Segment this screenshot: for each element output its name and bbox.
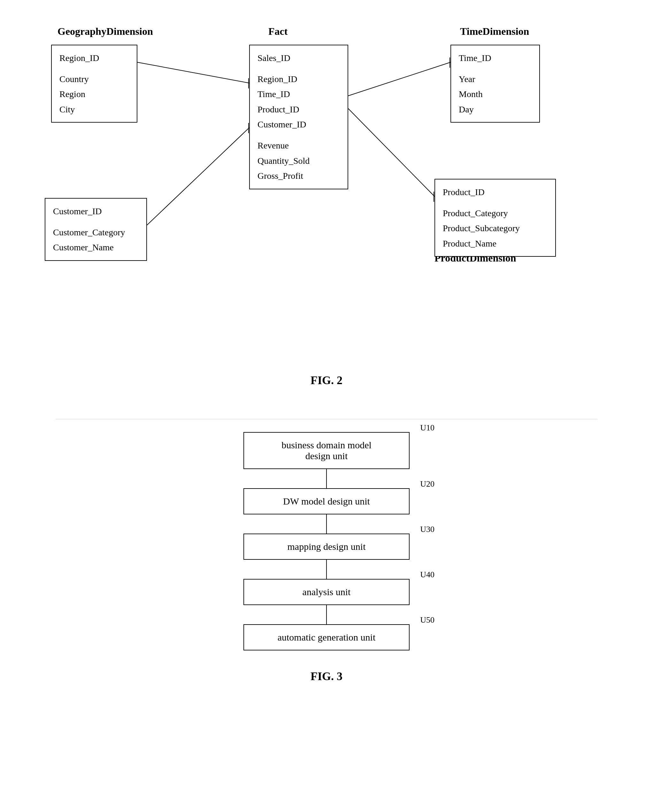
flow-connector-1 (326, 469, 327, 488)
time-field-1: Time_ID (459, 50, 532, 66)
svg-line-9 (348, 108, 434, 196)
geo-field-1: Region_ID (60, 50, 129, 66)
time-field-3: Month (459, 87, 532, 102)
fact-field-4: Product_ID (257, 102, 340, 117)
customer-field-3: Customer_Name (53, 240, 139, 255)
geo-dimension-box: Region_ID Country Region City (51, 45, 138, 123)
flow-text-u30: mapping design unit (288, 541, 366, 552)
flow-box-u50: U50 automatic generation unit (243, 624, 410, 650)
flow-label-u50: U50 (420, 615, 434, 625)
customer-field-2: Customer_Category (53, 225, 139, 240)
flow-row-u30: U30 mapping design unit (243, 534, 410, 560)
product-field-2: Product_Category (443, 206, 547, 221)
fig2-label: FIG. 2 (310, 374, 343, 387)
fact-field-2: Region_ID (257, 72, 340, 87)
product-dimension-box: Product_ID Product_Category Product_Subc… (434, 179, 556, 257)
fact-field-7: Quantity_Sold (257, 153, 340, 169)
flow-row-u50: U50 automatic generation unit (243, 624, 410, 650)
fig2-diagram: GeographyDimension Region_ID Country Reg… (26, 19, 627, 354)
time-field-2: Year (459, 72, 532, 87)
section-divider (56, 419, 597, 419)
customer-dimension-box: Customer_ID Customer_Category Customer_N… (45, 198, 147, 261)
product-field-3: Product_Subcategory (443, 221, 547, 236)
flow-connector-2 (326, 514, 327, 534)
svg-line-0 (138, 62, 249, 83)
flow-connector-3 (326, 560, 327, 579)
flow-box-u10: U10 business domain modeldesign unit (243, 432, 410, 469)
flow-box-u20: U20 DW model design unit (243, 488, 410, 514)
geo-field-3: Region (60, 87, 129, 102)
product-field-4: Product_Name (443, 236, 547, 251)
time-field-4: Day (459, 102, 532, 117)
svg-line-3 (348, 62, 450, 96)
product-field-1: Product_ID (443, 185, 547, 200)
time-dimension-title: TimeDimension (460, 26, 529, 37)
flow-box-u40: U40 analysis unit (243, 579, 410, 605)
fact-field-8: Gross_Profit (257, 168, 340, 183)
flow-label-u40: U40 (420, 570, 434, 580)
flow-text-u10: business domain modeldesign unit (281, 440, 372, 461)
flow-label-u20: U20 (420, 479, 434, 489)
fact-title: Fact (268, 26, 288, 37)
fact-field-3: Time_ID (257, 87, 340, 102)
fact-box: Sales_ID Region_ID Time_ID Product_ID Cu… (249, 45, 348, 189)
flow-row-u20: U20 DW model design unit (243, 488, 410, 514)
flow-text-u20: DW model design unit (283, 496, 370, 507)
flow-connector-4 (326, 605, 327, 624)
flow-label-u10: U10 (420, 423, 434, 433)
fig3-diagram: U10 business domain modeldesign unit U20… (26, 432, 627, 650)
flow-row-u10: U10 business domain modeldesign unit (243, 432, 410, 469)
fact-field-6: Revenue (257, 138, 340, 153)
customer-field-1: Customer_ID (53, 204, 139, 219)
geo-field-2: Country (60, 72, 129, 87)
fig3-label: FIG. 3 (310, 670, 343, 683)
fact-field-5: Customer_ID (257, 117, 340, 132)
geo-field-4: City (60, 102, 129, 117)
flow-box-u30: U30 mapping design unit (243, 534, 410, 560)
geo-dimension-title: GeographyDimension (58, 26, 153, 37)
svg-line-6 (147, 128, 249, 225)
time-dimension-box: Time_ID Year Month Day (450, 45, 540, 123)
flow-text-u50: automatic generation unit (278, 632, 376, 643)
flow-text-u40: analysis unit (303, 586, 351, 597)
fact-field-1: Sales_ID (257, 50, 340, 66)
flow-row-u40: U40 analysis unit (243, 579, 410, 605)
flow-label-u30: U30 (420, 525, 434, 534)
